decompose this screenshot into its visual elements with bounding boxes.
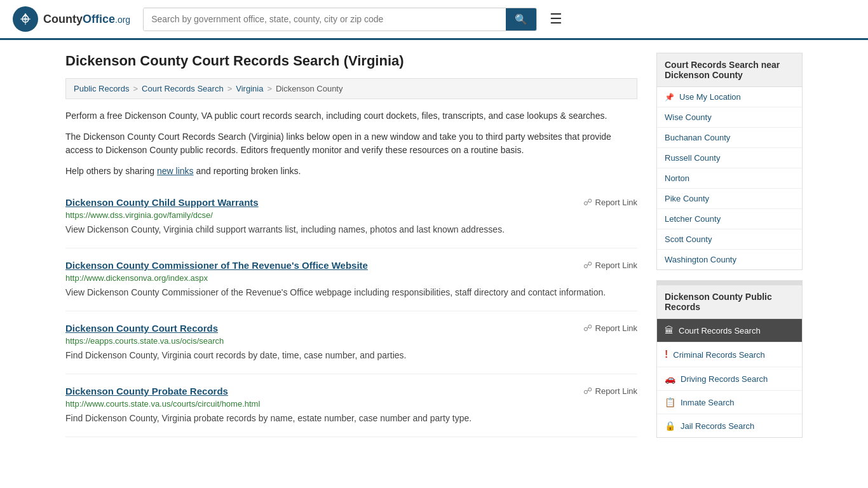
result-url-1[interactable]: https://www.dss.virginia.gov/family/dcse… xyxy=(65,210,637,220)
sidebar-nav: 🏛 Court Records Search ! Criminal Record… xyxy=(656,319,803,438)
criminal-icon: ! xyxy=(665,349,668,360)
sidebar-public-records-title: Dickenson County Public Records xyxy=(656,280,803,319)
result-title-4[interactable]: Dickenson County Probate Records xyxy=(65,386,228,396)
breadcrumb-current: Dickenson County xyxy=(276,84,343,93)
report-icon-3: ☍ xyxy=(583,323,592,333)
result-item: Dickenson County Child Support Warrants … xyxy=(65,186,637,248)
result-item-3: Dickenson County Court Records ☍ Report … xyxy=(65,311,637,374)
sidebar-scott-county[interactable]: Scott County xyxy=(657,229,802,250)
sidebar-norton[interactable]: Norton xyxy=(657,168,802,189)
sidebar-wise-county[interactable]: Wise County xyxy=(657,107,802,128)
breadcrumb-public-records[interactable]: Public Records xyxy=(74,84,129,93)
search-bar: 🔍 xyxy=(143,8,537,31)
result-header-1: Dickenson County Child Support Warrants … xyxy=(65,197,637,208)
report-link-3[interactable]: ☍ Report Link xyxy=(583,323,637,333)
logo-tld: .org xyxy=(115,15,130,25)
sidebar-use-my-location[interactable]: 📌 Use My Location xyxy=(657,87,802,107)
sidebar-buchanan-county[interactable]: Buchanan County xyxy=(657,128,802,148)
menu-button[interactable]: ☰ xyxy=(550,12,562,26)
location-pin-icon: 📌 xyxy=(665,93,674,102)
report-link-4[interactable]: ☍ Report Link xyxy=(583,386,637,396)
report-link-2[interactable]: ☍ Report Link xyxy=(583,260,637,270)
report-icon-4: ☍ xyxy=(583,386,592,396)
sidebar-nav-inmate-search[interactable]: 📋 Inmate Search xyxy=(657,391,802,414)
sidebar-nav-driving-records[interactable]: 🚗 Driving Records Search xyxy=(657,367,802,391)
breadcrumb-virginia[interactable]: Virginia xyxy=(236,84,263,93)
result-title-1[interactable]: Dickenson County Child Support Warrants xyxy=(65,197,259,208)
result-url-4[interactable]: http://www.courts.state.va.us/courts/cir… xyxy=(65,399,637,409)
content-area: Dickenson County Court Records Search (V… xyxy=(65,53,637,438)
result-desc-1: View Dickenson County, Virginia child su… xyxy=(65,223,637,236)
result-title-3[interactable]: Dickenson County Court Records xyxy=(65,323,218,334)
car-icon: 🚗 xyxy=(665,374,675,384)
new-links-link[interactable]: new links xyxy=(157,166,194,176)
result-item-2: Dickenson County Commissioner of The Rev… xyxy=(65,248,637,311)
result-desc-2: View Dickenson County Commissioner of th… xyxy=(65,286,637,299)
sidebar-pike-county[interactable]: Pike County xyxy=(657,189,802,209)
sidebar-letcher-county[interactable]: Letcher County xyxy=(657,209,802,229)
result-url-3[interactable]: https://eapps.courts.state.va.us/ocis/se… xyxy=(65,336,637,346)
sidebar-nearby-links: 📌 Use My Location Wise County Buchanan C… xyxy=(656,87,803,270)
result-desc-3: Find Dickenson County, Virginia court re… xyxy=(65,349,637,362)
logo-icon xyxy=(13,6,38,32)
search-input[interactable] xyxy=(144,8,506,30)
result-desc-4: Find Dickenson County, Virginia probate … xyxy=(65,412,637,425)
logo-wordmark: CountyOffice.org xyxy=(43,13,130,26)
inmate-icon: 📋 xyxy=(665,397,675,407)
sidebar-nearby-title: Court Records Search near Dickenson Coun… xyxy=(656,53,803,87)
result-header-3: Dickenson County Court Records ☍ Report … xyxy=(65,323,637,334)
sidebar-russell-county[interactable]: Russell County xyxy=(657,148,802,168)
result-header-4: Dickenson County Probate Records ☍ Repor… xyxy=(65,386,637,396)
court-icon: 🏛 xyxy=(665,325,674,336)
result-header-2: Dickenson County Commissioner of The Rev… xyxy=(65,260,637,271)
main-container: Dickenson County Court Records Search (V… xyxy=(53,40,815,451)
sidebar-nav-jail-records[interactable]: 🔒 Jail Records Search xyxy=(657,414,802,437)
breadcrumb-court-records-search[interactable]: Court Records Search xyxy=(142,84,224,93)
jail-icon: 🔒 xyxy=(665,421,675,431)
logo[interactable]: CountyOffice.org xyxy=(13,6,130,32)
description-1: Perform a free Dickenson County, VA publ… xyxy=(65,109,637,123)
description-3: Help others by sharing new links and rep… xyxy=(65,165,637,178)
logo-office: Office xyxy=(83,13,115,25)
sidebar-washington-county[interactable]: Washington County xyxy=(657,250,802,269)
breadcrumb: Public Records > Court Records Search > … xyxy=(65,78,637,99)
description-2: The Dickenson County Court Records Searc… xyxy=(65,130,637,157)
report-icon-1: ☍ xyxy=(583,197,592,207)
site-header: CountyOffice.org 🔍 ☰ xyxy=(0,0,868,40)
sidebar-nav-court-records[interactable]: 🏛 Court Records Search xyxy=(657,319,802,342)
page-title: Dickenson County Court Records Search (V… xyxy=(65,53,637,69)
report-icon-2: ☍ xyxy=(583,260,592,270)
search-button[interactable]: 🔍 xyxy=(506,8,536,30)
sidebar-nav-criminal-records[interactable]: ! Criminal Records Search xyxy=(657,342,802,367)
result-url-2[interactable]: http://www.dickensonva.org/index.aspx xyxy=(65,273,637,283)
sidebar: Court Records Search near Dickenson Coun… xyxy=(656,53,803,438)
result-title-2[interactable]: Dickenson County Commissioner of The Rev… xyxy=(65,260,368,271)
report-link-1[interactable]: ☍ Report Link xyxy=(583,197,637,207)
result-item-4: Dickenson County Probate Records ☍ Repor… xyxy=(65,374,637,437)
